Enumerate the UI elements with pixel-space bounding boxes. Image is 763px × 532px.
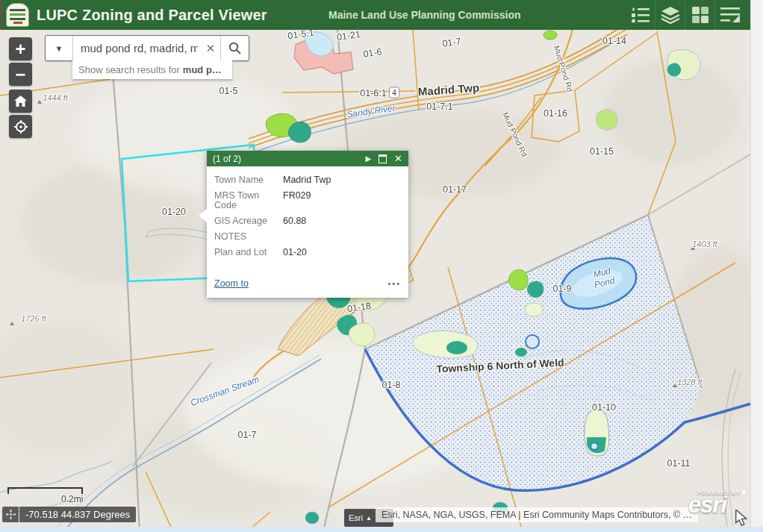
popup-dock-button[interactable] xyxy=(379,154,387,163)
field-label: MRS Town Code xyxy=(214,191,283,210)
mouse-cursor xyxy=(735,510,748,526)
basemap-gallery-icon xyxy=(691,6,709,24)
attribution-bar: Esri, NASA, NGA, USGS, FEMA | Esri Commu… xyxy=(376,507,698,522)
bottom-edge xyxy=(0,527,763,532)
popup-row-plan-and-lot: Plan and Lot 01-20 xyxy=(214,248,401,257)
popup-row-gis-acreage: GIS Acreage 60.88 xyxy=(214,216,401,226)
crosshair-icon xyxy=(6,510,16,519)
overview-button[interactable] xyxy=(714,0,744,30)
field-label: NOTES xyxy=(214,232,283,242)
scale-bar-line xyxy=(7,487,83,494)
app-subtitle: Maine Land Use Planning Commission xyxy=(328,9,520,21)
zoom-to-link[interactable]: Zoom to xyxy=(214,278,249,289)
search-widget: ▼ ✕ xyxy=(45,35,249,61)
popup-pager: (1 of 2) xyxy=(213,154,358,164)
scale-bar-label: 0.2mi xyxy=(61,494,90,504)
attribution-expander-label: Esri xyxy=(349,513,363,522)
search-input[interactable] xyxy=(73,36,201,60)
popup-footer: Zoom to ••• xyxy=(207,268,408,298)
suggestion-term: mud p… xyxy=(183,64,222,75)
layers-icon xyxy=(661,6,680,24)
popup-row-notes: NOTES xyxy=(214,232,401,242)
field-label: Plan and Lot xyxy=(214,248,283,257)
popup-row-town-name: Town Name Madrid Twp xyxy=(214,175,401,185)
search-source-dropdown[interactable]: ▼ xyxy=(46,36,73,60)
popup-more-button[interactable]: ••• xyxy=(387,279,401,288)
field-value: 60.88 xyxy=(283,216,306,226)
field-value: Madrid Twp xyxy=(283,175,331,185)
legend-button[interactable] xyxy=(626,0,655,30)
home-button[interactable] xyxy=(9,90,32,113)
suggestion-prefix: Show search results for xyxy=(78,64,180,75)
lupc-logo xyxy=(6,3,29,27)
search-icon xyxy=(228,42,241,54)
popup-row-mrs-town-code: MRS Town Code FR029 xyxy=(214,191,401,210)
field-label: GIS Acreage xyxy=(214,216,283,226)
coordinate-capture-button[interactable] xyxy=(2,507,19,522)
app-header: LUPC Zoning and Parcel Viewer Maine Land… xyxy=(0,0,750,30)
zoom-out-button[interactable]: − xyxy=(9,63,32,86)
search-suggestion[interactable]: Show search results for mud p… xyxy=(72,60,232,79)
lupc-viewer-app: 01-5.101-2101-601-701-501-6.14Madrid Twp… xyxy=(0,0,763,532)
legend-icon xyxy=(632,7,650,23)
dock-icon xyxy=(379,154,387,163)
home-icon xyxy=(14,96,27,107)
popup-body: Town Name Madrid Twp MRS Town Code FR029… xyxy=(207,166,408,268)
popup-close-button[interactable]: ✕ xyxy=(394,155,402,163)
popup-next-button[interactable]: ▶ xyxy=(365,155,371,163)
coordinate-widget: -70.518 44.837 Degrees xyxy=(2,507,136,522)
overview-icon xyxy=(720,7,740,23)
popup-tail xyxy=(199,209,207,222)
search-submit-button[interactable] xyxy=(220,36,249,60)
app-title: LUPC Zoning and Parcel Viewer xyxy=(37,7,267,24)
caret-up-icon: ▲ xyxy=(366,515,372,522)
locate-button[interactable] xyxy=(9,115,32,138)
field-label: Town Name xyxy=(214,175,283,185)
feature-popup: (1 of 2) ▶ ✕ Town Name Madrid Twp MRS To… xyxy=(207,151,408,298)
search-clear-button[interactable]: ✕ xyxy=(201,36,220,60)
field-value: 01-20 xyxy=(283,248,307,257)
zoom-in-button[interactable]: + xyxy=(9,37,32,60)
locate-icon xyxy=(14,120,28,134)
field-value: FR029 xyxy=(283,191,311,210)
right-margin xyxy=(750,0,763,527)
scale-bar: 0.2mi xyxy=(7,487,90,504)
header-toolbar xyxy=(626,0,744,30)
attribution-text: Esri, NASA, NGA, USGS, FEMA | Esri Commu… xyxy=(382,510,692,520)
layers-button[interactable] xyxy=(655,0,685,30)
basemap-gallery-button[interactable] xyxy=(685,0,714,30)
esri-globe-dot xyxy=(742,490,746,494)
popup-header: (1 of 2) ▶ ✕ xyxy=(207,151,408,166)
coordinate-readout: -70.518 44.837 Degrees xyxy=(19,507,136,522)
